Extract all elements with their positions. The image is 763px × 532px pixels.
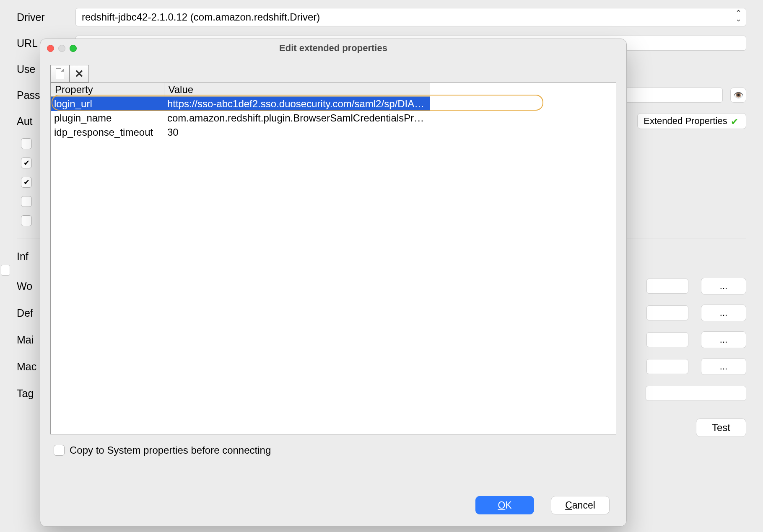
cancel-label: Cancel	[565, 500, 595, 511]
property-name-cell[interactable]: plugin_name	[51, 111, 164, 125]
property-value-cell[interactable]: com.amazon.redshift.plugin.BrowserSamlCr…	[164, 111, 430, 125]
new-property-button[interactable]	[50, 65, 70, 83]
mai-field[interactable]	[646, 332, 688, 347]
table-row[interactable]: plugin_namecom.amazon.redshift.plugin.Br…	[51, 111, 616, 125]
edit-extended-properties-dialog: Edit extended properties ✕ Property Valu…	[40, 39, 627, 527]
def-field[interactable]	[646, 305, 688, 320]
driver-value: redshift-jdbc42-2.1.0.12 (com.amazon.red…	[82, 11, 320, 23]
label-driver: Driver	[17, 11, 75, 23]
wor-field[interactable]	[646, 279, 688, 294]
document-icon	[56, 68, 64, 79]
ok-button[interactable]: OK	[475, 496, 534, 514]
delete-property-button[interactable]: ✕	[70, 65, 89, 83]
chevron-updown-icon: ⌃⌄	[735, 10, 742, 22]
checkbox-3[interactable]	[21, 177, 32, 188]
property-value-cell[interactable]: 30	[164, 125, 430, 139]
titlebar[interactable]: Edit extended properties	[40, 39, 626, 57]
table-row[interactable]: idp_response_timeout30	[51, 125, 616, 139]
property-name-cell[interactable]: idp_response_timeout	[51, 125, 164, 139]
side-tab[interactable]	[1, 265, 10, 276]
dialog-title: Edit extended properties	[40, 43, 626, 54]
tag-field[interactable]	[646, 386, 746, 401]
ext-props-label: Extended Properties	[644, 116, 727, 127]
checkbox-5[interactable]	[21, 215, 32, 226]
ok-label: OK	[498, 500, 511, 511]
copy-to-system-label: Copy to System properties before connect…	[70, 444, 271, 456]
col-header-value[interactable]: Value	[164, 83, 430, 97]
driver-dropdown[interactable]: redshift-jdbc42-2.1.0.12 (com.amazon.red…	[75, 8, 746, 26]
check-icon: ✔	[731, 116, 740, 126]
table-row[interactable]: login_urlhttps://sso-abc1def2.sso.duosec…	[51, 97, 616, 111]
mac-browse-button[interactable]: ...	[701, 358, 746, 375]
checkbox-4[interactable]	[21, 196, 32, 207]
extended-properties-button[interactable]: Extended Properties ✔	[637, 113, 746, 129]
col-header-property[interactable]: Property	[51, 83, 164, 97]
checkbox-2[interactable]	[21, 158, 32, 168]
test-label: Test	[712, 422, 730, 434]
copy-to-system-checkbox[interactable]	[54, 445, 65, 456]
def-browse-button[interactable]: ...	[701, 305, 746, 321]
test-button[interactable]: Test	[696, 418, 746, 437]
eye-icon[interactable]: 👁️	[730, 88, 746, 103]
x-icon: ✕	[75, 67, 84, 80]
mai-browse-button[interactable]: ...	[701, 331, 746, 348]
properties-table[interactable]: Property Value login_urlhttps://sso-abc1…	[50, 83, 616, 434]
cancel-button[interactable]: Cancel	[551, 496, 610, 514]
property-name-cell[interactable]: login_url	[51, 97, 164, 111]
mac-field[interactable]	[646, 359, 688, 374]
checkbox-1[interactable]	[21, 138, 32, 149]
property-value-cell[interactable]: https://sso-abc1def2.sso.duosecurity.com…	[164, 97, 430, 111]
wor-browse-button[interactable]: ...	[701, 278, 746, 294]
